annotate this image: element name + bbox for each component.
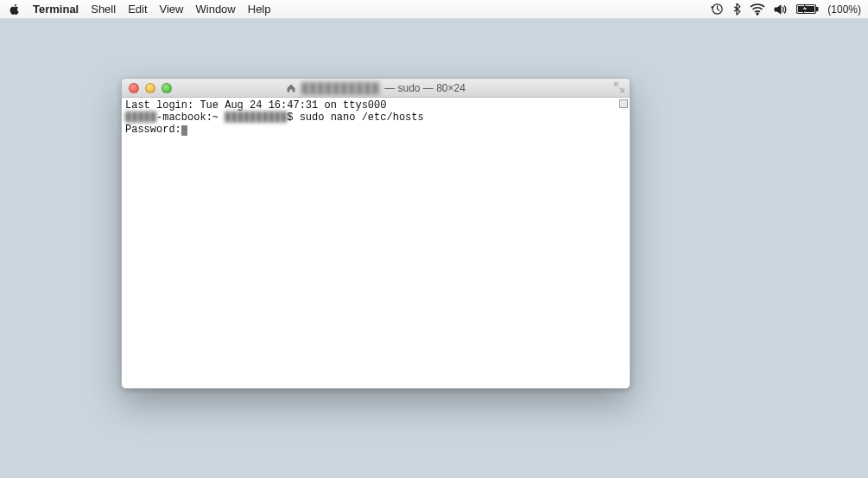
menu-view[interactable]: View (160, 3, 184, 16)
bluetooth-icon[interactable] (732, 3, 741, 16)
terminal-window[interactable]: ██████████ — sudo — 80×24 Last login: Tu… (121, 78, 630, 389)
window-title: ██████████ — sudo — 80×24 (286, 82, 466, 94)
window-zoom-button[interactable] (162, 83, 172, 93)
wifi-icon[interactable] (750, 3, 765, 16)
battery-icon[interactable] (796, 3, 819, 15)
window-title-user-blurred: ██████████ (301, 82, 379, 94)
window-close-button[interactable] (129, 83, 139, 93)
window-expand-icon[interactable] (614, 82, 624, 92)
menu-edit[interactable]: Edit (128, 3, 147, 16)
time-machine-icon[interactable] (711, 3, 724, 16)
terminal-user-blurred: ██████████ (225, 112, 287, 124)
menu-shell[interactable]: Shell (91, 3, 116, 16)
svg-point-1 (757, 12, 758, 14)
terminal-cursor (181, 125, 187, 136)
svg-rect-3 (816, 8, 818, 11)
terminal-host-suffix: -macbook:~ (156, 112, 225, 124)
home-folder-icon (286, 83, 296, 93)
window-titlebar[interactable]: ██████████ — sudo — 80×24 (122, 79, 630, 98)
terminal-password-label: Password: (125, 124, 181, 136)
apple-menu-icon[interactable] (9, 3, 21, 16)
terminal-host-blurred: █████ (125, 112, 156, 124)
scroll-indicator-icon[interactable] (619, 99, 628, 108)
macos-menubar: Terminal Shell Edit View Window Help (10… (0, 0, 868, 19)
window-minimize-button[interactable] (145, 83, 155, 93)
terminal-last-login: Last login: Tue Aug 24 16:47:31 on ttys0… (125, 99, 386, 112)
battery-percent-text: (100%) (827, 3, 861, 16)
menubar-right: (100%) (711, 3, 861, 16)
window-title-suffix: — sudo — 80×24 (384, 82, 466, 94)
terminal-command: sudo nano /etc/hosts (300, 112, 424, 124)
terminal-prompt-char: $ (287, 112, 299, 124)
terminal-content-area[interactable]: Last login: Tue Aug 24 16:47:31 on ttys0… (122, 98, 630, 388)
menu-help[interactable]: Help (248, 3, 271, 16)
menu-window[interactable]: Window (196, 3, 236, 16)
window-traffic-lights (129, 83, 172, 93)
volume-icon[interactable] (774, 3, 788, 16)
menubar-left: Terminal Shell Edit View Window Help (9, 3, 271, 16)
app-name[interactable]: Terminal (33, 3, 79, 16)
